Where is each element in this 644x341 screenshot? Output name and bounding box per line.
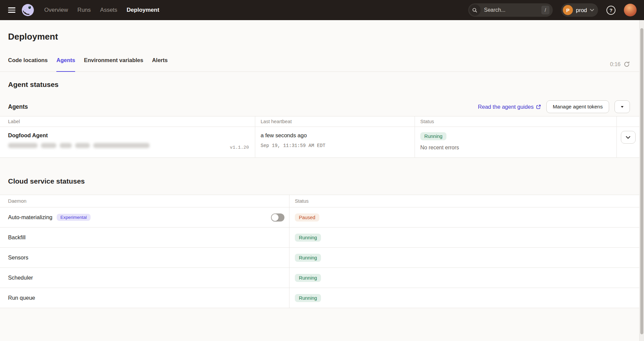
heartbeat-relative-time: a few seconds ago	[261, 132, 415, 139]
manage-agent-tokens-button[interactable]: Manage agent tokens	[546, 100, 609, 113]
deployment-tabs: Code locations Agents Environment variab…	[0, 54, 644, 72]
column-header-status: Status	[415, 116, 616, 127]
scrollbar-track	[639, 20, 644, 341]
top-navigation-bar: Overview Runs Assets Deployment Search..…	[0, 0, 644, 20]
scrollbar[interactable]	[640, 28, 643, 334]
status-badge: Running	[295, 294, 321, 302]
search-placeholder: Search...	[484, 7, 505, 13]
org-initial-badge: P	[563, 5, 573, 15]
dagster-logo-icon[interactable]	[21, 3, 35, 17]
auto-materializing-toggle[interactable]	[271, 213, 284, 222]
daemon-name: Auto-materializing	[8, 214, 52, 221]
daemon-name: Backfill	[8, 234, 25, 241]
column-header-daemon: Daemon	[0, 195, 289, 207]
agents-table-header: Label Last heartbeat Status	[0, 116, 639, 127]
menu-icon[interactable]	[8, 7, 15, 13]
heartbeat-timestamp: Sep 19, 11:31:59 AM EDT	[261, 143, 415, 148]
caret-down-icon	[621, 106, 624, 108]
experimental-badge: Experimental	[57, 214, 91, 221]
tab-agents[interactable]: Agents	[56, 54, 75, 72]
search-input[interactable]: Search... /	[468, 3, 553, 17]
status-badge: Running	[295, 274, 321, 282]
cloud-service-statuses-heading: Cloud service statuses	[8, 177, 644, 187]
nav-item-deployment[interactable]: Deployment	[127, 7, 159, 13]
refresh-icon[interactable]	[624, 61, 630, 67]
agent-name: Dogfood Agent	[8, 132, 255, 139]
nav-item-assets[interactable]: Assets	[100, 7, 117, 13]
agent-status-badge: Running	[420, 132, 446, 140]
table-row-run-queue: Run queue Running	[0, 288, 639, 308]
status-badge: Paused	[295, 213, 319, 222]
deployment-switcher[interactable]: P prod	[561, 3, 598, 17]
column-header-label: Label	[0, 116, 255, 127]
daemon-name: Sensors	[8, 254, 29, 261]
agent-status-note: No recent errors	[420, 145, 616, 151]
table-row-scheduler: Scheduler Running	[0, 268, 639, 288]
table-row-backfill: Backfill Running	[0, 228, 639, 248]
deployment-name: prod	[576, 7, 587, 13]
search-icon	[469, 4, 481, 16]
user-avatar[interactable]	[624, 4, 637, 16]
help-icon[interactable]: ?	[606, 6, 615, 15]
toggle-knob	[271, 214, 279, 221]
tab-code-locations[interactable]: Code locations	[8, 54, 48, 71]
tab-alerts[interactable]: Alerts	[152, 54, 168, 71]
column-header-last-heartbeat: Last heartbeat	[255, 116, 415, 127]
page-title: Deployment	[8, 32, 644, 42]
nav-item-overview[interactable]: Overview	[44, 7, 68, 13]
table-row-auto-materializing: Auto-materializing Experimental Paused	[0, 207, 639, 228]
agent-version: v1.1.20	[230, 145, 249, 150]
daemon-name: Run queue	[8, 295, 35, 301]
status-badge: Running	[295, 254, 321, 262]
agent-guides-link-label: Read the agent guides	[478, 104, 534, 110]
tab-environment-variables[interactable]: Environment variables	[84, 54, 143, 71]
agent-guides-link[interactable]: Read the agent guides	[478, 104, 541, 110]
column-header-status: Status	[289, 195, 639, 207]
agents-table: Label Last heartbeat Status Dogfood Agen…	[0, 116, 639, 158]
cloud-services-table: Daemon Status Auto-materializing Experim…	[0, 195, 639, 308]
refresh-timer: 0:16	[610, 61, 621, 67]
nav-item-runs[interactable]: Runs	[77, 7, 91, 13]
status-badge: Running	[295, 234, 321, 242]
chevron-down-icon	[590, 9, 594, 11]
agents-more-actions-button[interactable]	[614, 100, 630, 113]
agent-statuses-heading: Agent statuses	[8, 81, 644, 90]
table-row-sensors: Sensors Running	[0, 248, 639, 268]
agent-row: Dogfood Agent v1.1.20 a few seconds ago …	[0, 127, 639, 158]
redacted-agent-id	[8, 143, 255, 148]
agent-row-expand-button[interactable]	[621, 131, 636, 144]
daemon-name: Scheduler	[8, 275, 33, 281]
chevron-down-icon	[626, 136, 630, 139]
keyboard-shortcut-badge: /	[541, 6, 549, 14]
external-link-icon	[536, 104, 541, 109]
primary-nav: Overview Runs Assets Deployment	[44, 7, 159, 13]
cloud-table-header: Daemon Status	[0, 195, 639, 207]
agents-subheading: Agents	[8, 103, 28, 110]
